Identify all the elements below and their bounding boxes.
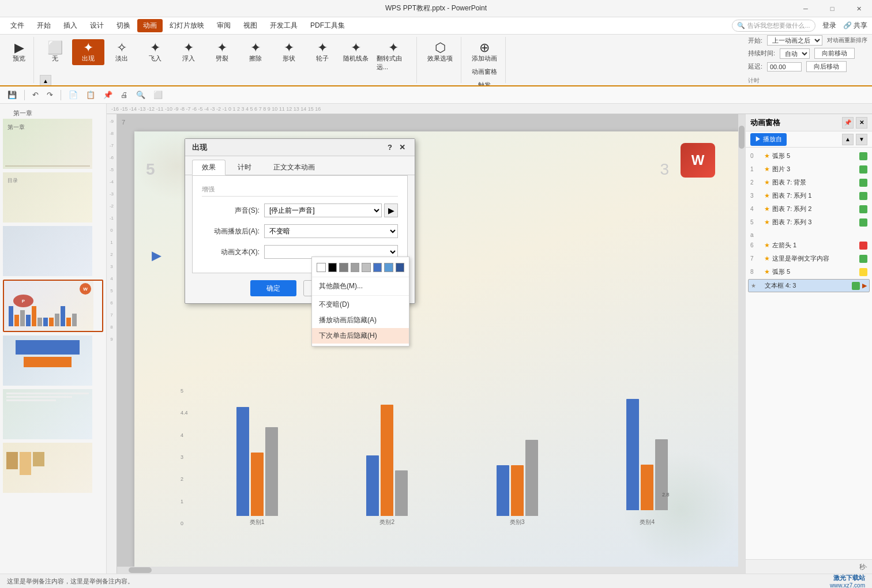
reorder-label: 对动画重新排序 bbox=[827, 36, 867, 44]
add-anim-icon: ⊕ bbox=[479, 42, 490, 54]
maximize-button[interactable]: □ bbox=[819, 0, 845, 17]
menu-search[interactable]: 🔍 告诉我您想要做什么... bbox=[732, 20, 815, 32]
move-earlier-button[interactable]: 向前移动 bbox=[814, 48, 855, 59]
window-controls: ─ □ ✕ bbox=[792, 0, 872, 17]
anim-float-icon: ✦ bbox=[183, 42, 194, 54]
menu-slideshow[interactable]: 幻灯片放映 bbox=[164, 19, 210, 32]
menu-insert[interactable]: 插入 bbox=[58, 19, 83, 32]
menu-developer[interactable]: 开发工具 bbox=[264, 19, 303, 32]
color-darkblue[interactable] bbox=[396, 263, 405, 272]
after-anim-label: 动画播放后(A): bbox=[202, 227, 260, 236]
dialog-tabs: 效果 计时 正文文本动画 bbox=[185, 156, 415, 175]
move-later-button[interactable]: 向后移动 bbox=[806, 61, 847, 72]
color-swatches-row bbox=[312, 259, 409, 276]
dialog-title-buttons: ? ✕ bbox=[385, 143, 408, 152]
anim-wheel-label: 轮子 bbox=[316, 54, 329, 63]
anim-flip-icon: ✦ bbox=[388, 42, 399, 54]
sound-control: [停止前一声音] ▶ bbox=[264, 203, 398, 217]
color-blue[interactable] bbox=[373, 263, 382, 272]
preview-button[interactable]: ▶ 预览 bbox=[9, 39, 29, 65]
delay-input[interactable] bbox=[767, 62, 802, 71]
anim-appear[interactable]: ✦ 出现 bbox=[72, 39, 104, 65]
timing-start-row: 开始: 上一动画之后 对动画重新排序 bbox=[748, 35, 867, 46]
after-anim-control: 不变暗 bbox=[264, 224, 398, 238]
color-lightgray[interactable] bbox=[351, 263, 360, 272]
anim-fly[interactable]: ✦ 飞入 bbox=[139, 39, 171, 65]
dialog-overlay: 出现 ? ✕ 效果 计时 正文文本动画 增强 声音(S): [停止前一声音] ▶ bbox=[0, 92, 872, 588]
close-button[interactable]: ✕ bbox=[845, 0, 872, 17]
timing-duration-row: 持续时间: 自动 向前移动 bbox=[748, 48, 867, 59]
timing-label: 计时 bbox=[748, 77, 867, 85]
effect-options-button[interactable]: ⬡ 效果选项 bbox=[424, 39, 456, 65]
login-button[interactable]: 登录 bbox=[822, 21, 836, 31]
anim-random[interactable]: ✦ 随机线条 bbox=[340, 39, 372, 65]
ribbon-animation-section: ⬜ 无 ✦ 出现 ✧ 淡出 ✦ 飞入 ✦ 浮入 ✦ 劈裂 ✦ 擦除 ✦ 形状 bbox=[36, 37, 417, 83]
window-title: WPS PPT教程.pptx - PowerPoint bbox=[385, 3, 487, 13]
menu-animation[interactable]: 动画 bbox=[137, 19, 163, 32]
anim-fade[interactable]: ✧ 淡出 bbox=[106, 39, 138, 65]
dialog-close-btn[interactable]: ✕ bbox=[397, 143, 408, 152]
menu-file[interactable]: 文件 bbox=[5, 19, 30, 32]
anim-split[interactable]: ✦ 劈裂 bbox=[206, 39, 238, 65]
anim-float-label: 浮入 bbox=[182, 54, 195, 63]
anim-appear-icon: ✦ bbox=[83, 42, 93, 54]
anim-fade-label: 淡出 bbox=[115, 54, 128, 63]
menu-transition[interactable]: 切换 bbox=[111, 19, 136, 32]
color-white[interactable] bbox=[317, 263, 326, 272]
anim-shape-label: 形状 bbox=[283, 54, 295, 63]
delay-label: 延迟: bbox=[748, 62, 762, 71]
search-placeholder: 告诉我您想要做什么... bbox=[747, 21, 810, 30]
start-label: 开始: bbox=[748, 36, 762, 45]
anim-shape[interactable]: ✦ 形状 bbox=[273, 39, 305, 65]
color-lightblue[interactable] bbox=[384, 263, 393, 272]
hide-after-item[interactable]: 播放动画后隐藏(A) bbox=[312, 312, 409, 328]
menu-right: 登录 🔗 共享 bbox=[822, 21, 867, 31]
preview-icon: ▶ bbox=[14, 42, 24, 54]
color-silver[interactable] bbox=[362, 263, 371, 272]
tab-text-anim[interactable]: 正文文本动画 bbox=[264, 160, 325, 175]
anim-wheel[interactable]: ✦ 轮子 bbox=[306, 39, 339, 65]
anim-wipe-icon: ✦ bbox=[250, 42, 261, 54]
color-black[interactable] bbox=[328, 263, 337, 272]
anim-none[interactable]: ⬜ 无 bbox=[39, 39, 71, 65]
menu-design[interactable]: 设计 bbox=[84, 19, 110, 32]
dialog-title-bar: 出现 ? ✕ bbox=[185, 139, 415, 156]
menu-pdf[interactable]: PDF工具集 bbox=[305, 19, 351, 32]
color-gray[interactable] bbox=[339, 263, 348, 272]
anim-scroll-up[interactable]: ▲ bbox=[40, 75, 51, 86]
menu-bar: 文件 开始 插入 设计 切换 动画 幻灯片放映 审阅 视图 开发工具 PDF工具… bbox=[0, 17, 872, 35]
duration-select[interactable]: 自动 bbox=[780, 48, 810, 59]
tab-timing[interactable]: 计时 bbox=[228, 160, 261, 175]
anim-flip[interactable]: ✦ 翻转式由远... bbox=[373, 39, 414, 74]
menu-view[interactable]: 视图 bbox=[238, 19, 263, 32]
anim-float[interactable]: ✦ 浮入 bbox=[172, 39, 205, 65]
ribbon-effect-group: ⬡ 效果选项 bbox=[419, 37, 461, 83]
other-colors-item[interactable]: 其他颜色(M)... bbox=[312, 278, 409, 294]
ribbon-timing: 开始: 上一动画之后 对动画重新排序 持续时间: 自动 向前移动 延迟: 向后移… bbox=[743, 37, 867, 83]
animation-pane-button[interactable]: 动画窗格 bbox=[468, 65, 501, 78]
sound-select[interactable]: [停止前一声音] bbox=[264, 203, 382, 217]
trigger-label: 触发 bbox=[478, 81, 491, 86]
no-dim-item[interactable]: 不变暗(D) bbox=[312, 297, 409, 312]
after-anim-select[interactable]: 不变暗 bbox=[264, 224, 398, 238]
effect-options-label: 效果选项 bbox=[427, 54, 453, 63]
share-button[interactable]: 🔗 共享 bbox=[843, 21, 867, 31]
add-animation-button[interactable]: ⊕ 添加动画 bbox=[468, 39, 501, 65]
anim-shape-icon: ✦ bbox=[284, 42, 294, 54]
trigger-button[interactable]: 触发 bbox=[475, 78, 494, 86]
confirm-button[interactable]: 确定 bbox=[250, 280, 296, 296]
menu-home[interactable]: 开始 bbox=[31, 19, 57, 32]
menu-review[interactable]: 审阅 bbox=[211, 19, 236, 32]
hide-on-click-item[interactable]: 下次单击后隐藏(H) bbox=[312, 328, 409, 344]
add-anim-label: 添加动画 bbox=[472, 54, 497, 63]
anim-wipe[interactable]: ✦ 擦除 bbox=[239, 39, 272, 65]
duration-label: 持续时间: bbox=[748, 49, 775, 58]
dialog-help-btn[interactable]: ? bbox=[385, 143, 394, 152]
anim-random-icon: ✦ bbox=[351, 42, 361, 54]
tab-effect[interactable]: 效果 bbox=[192, 160, 225, 175]
sound-play-btn[interactable]: ▶ bbox=[384, 203, 398, 217]
color-dropdown: 其他颜色(M)... 不变暗(D) 播放动画后隐藏(A) 下次单击后隐藏(H) bbox=[311, 257, 409, 346]
minimize-button[interactable]: ─ bbox=[792, 0, 819, 17]
anim-pane-label: 动画窗格 bbox=[472, 67, 497, 76]
start-select[interactable]: 上一动画之后 bbox=[767, 35, 822, 46]
